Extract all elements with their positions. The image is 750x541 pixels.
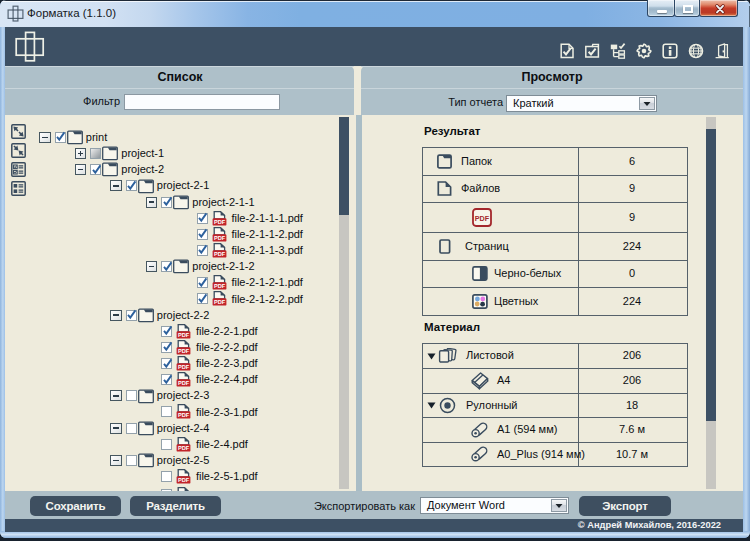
svg-text:PDF: PDF (475, 214, 490, 223)
svg-text:PDF: PDF (178, 412, 190, 418)
svg-text:PDF: PDF (214, 251, 226, 257)
svg-text:PDF: PDF (214, 299, 226, 305)
svg-text:PDF: PDF (178, 380, 190, 386)
svg-text:PDF: PDF (178, 332, 190, 338)
svg-text:PDF: PDF (178, 445, 190, 451)
svg-text:PDF: PDF (178, 477, 190, 483)
svg-text:PDF: PDF (214, 235, 226, 241)
svg-text:PDF: PDF (178, 364, 190, 370)
svg-text:PDF: PDF (178, 348, 190, 354)
svg-text:PDF: PDF (214, 219, 226, 225)
svg-text:PDF: PDF (214, 283, 226, 289)
